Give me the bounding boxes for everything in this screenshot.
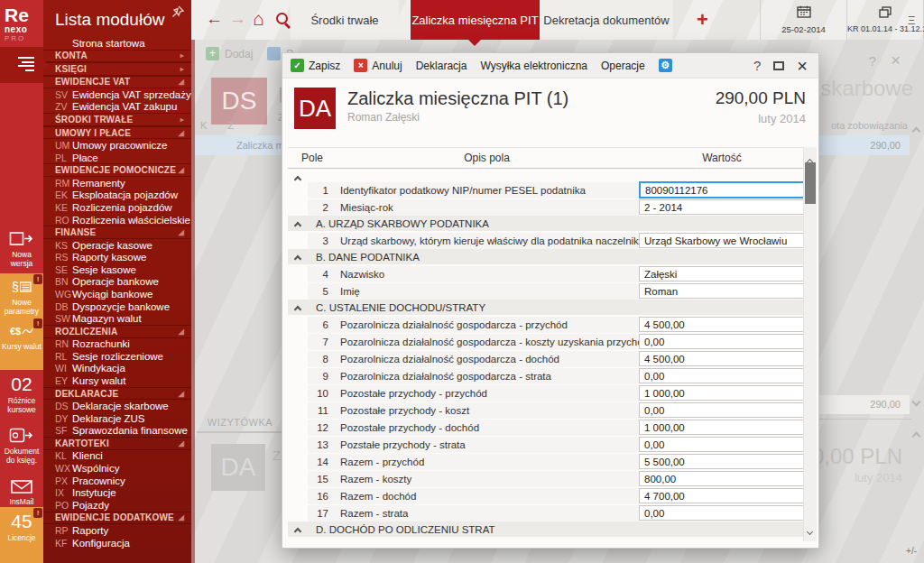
field-row-5[interactable]: 5Imię <box>288 282 805 300</box>
field-value-input-10[interactable] <box>639 385 805 401</box>
sidebar-item-instytucje[interactable]: IXInstytucje <box>43 486 191 499</box>
sidebar-group-finanse[interactable]: FINANSE◢ <box>43 226 191 239</box>
overflow-menu-icon[interactable]: Ξ <box>908 14 915 27</box>
rail-item-nowe-parametry[interactable]: ! § Nowe parametry <box>0 273 43 318</box>
bw-close-icon[interactable]: × <box>891 51 901 70</box>
field-value-input-11[interactable] <box>639 402 805 418</box>
sidebar-item-raporty[interactable]: RPRaporty <box>43 524 191 537</box>
sidebar-group-ewidencje-dodatkowe[interactable]: EWIDENCJE DODATKOWE◢ <box>43 512 191 525</box>
rail-item-kursy-walut[interactable]: ! €$ Kursy walut <box>0 318 43 370</box>
collapse-icon[interactable] <box>294 222 301 229</box>
menu-wysylka-elektroniczna[interactable]: Wysyłka elektroniczna <box>480 60 587 72</box>
tab-zaliczka-miesieczna-pit[interactable]: Zaliczka miesięczna PIT <box>411 0 540 40</box>
field-row-12[interactable]: 12Pozostałe przychody - dochód <box>288 419 805 436</box>
collapse-row[interactable] <box>288 170 805 181</box>
tab-srodki-trwale[interactable]: Środki trwałe <box>291 0 399 40</box>
help-button[interactable]: ? <box>753 58 761 73</box>
forward-button[interactable]: → <box>229 9 246 29</box>
field-value-input-13[interactable] <box>639 437 805 452</box>
field-value-input-1[interactable] <box>639 181 805 198</box>
sidebar-item-deklaracje-skarbowe[interactable]: DSDeklaracje skarbowe <box>43 400 191 412</box>
add-tab-button[interactable]: + <box>697 8 708 32</box>
bw-plusminus-control[interactable]: +/- <box>906 546 917 556</box>
modules-button[interactable] <box>0 47 43 83</box>
pin-icon[interactable] <box>171 5 184 22</box>
sidebar-item-ewidencja-vat-zakupu[interactable]: ZVEwidencja VAT zakupu <box>43 101 191 114</box>
search-icon[interactable] <box>276 13 288 24</box>
bw-selected-row-right[interactable]: 290,00 <box>819 135 910 155</box>
bw-filter-letters[interactable]: K Z <box>200 120 243 131</box>
maximize-button[interactable] <box>773 61 784 70</box>
rail-item-licencje[interactable]: ! 45 Licencje <box>0 507 43 563</box>
sidebar-item-rozrachunki[interactable]: RNRozrachunki <box>43 338 191 351</box>
collapse-icon[interactable] <box>294 528 301 535</box>
field-row-2[interactable]: 2Miesiąc-rok <box>288 198 805 216</box>
field-row-9[interactable]: 9Pozarolnicza działalność gospodarcza - … <box>288 367 805 384</box>
collapse-icon[interactable] <box>294 255 301 263</box>
sidebar-group-umowy-i-place[interactable]: UMOWY I PŁACE◢ <box>43 126 191 140</box>
bw-tab-wizytowka[interactable]: WIZYTÓWKA <box>197 411 283 433</box>
menu-operacje[interactable]: Operacje <box>601 60 645 72</box>
sidebar-group-rozliczenia[interactable]: ROZLICZENIA◢ <box>43 325 191 338</box>
menu-deklaracja[interactable]: Deklaracja <box>416 60 467 72</box>
sidebar-item-klienci[interactable]: KLKlienci <box>43 450 191 463</box>
sidebar-item-sesje-rozliczeniowe[interactable]: RLSesje rozliczeniowe <box>43 350 191 363</box>
sidebar-item-rozliczenia-pojazdow[interactable]: KERozliczenia pojazdów <box>43 201 191 214</box>
sidebar-item-operacje-kasowe[interactable]: KSOperacje kasowe <box>43 239 191 252</box>
sidebar-item-deklaracje-zus[interactable]: DYDeklaracje ZUS <box>43 412 191 425</box>
collapse-icon[interactable] <box>294 306 301 313</box>
field-row-11[interactable]: 11Pozostałe przychody - koszt <box>288 401 805 419</box>
scrollbar-thumb[interactable] <box>805 162 816 204</box>
sidebar-group-ewidencje-pomocnicze[interactable]: EWIDENCJE POMOCNICZE◢ <box>43 163 191 177</box>
sidebar-item-strona-startowa[interactable]: Strona startowa <box>43 37 191 50</box>
section-row-b-dane-podatnika[interactable]: B. DANE PODATNIKA <box>288 249 805 264</box>
field-value-input-2[interactable] <box>639 199 805 215</box>
field-value-input-3[interactable] <box>639 233 805 248</box>
sidebar-item-operacje-bankowe[interactable]: BNOperacje bankowe <box>43 276 191 289</box>
field-value-input-8[interactable] <box>639 351 805 366</box>
sidebar-item-place[interactable]: PLPłace <box>43 152 191 164</box>
field-row-15[interactable]: 15Razem - koszty <box>288 470 805 487</box>
sidebar-group-ksiegi[interactable]: KSIĘGI▸ <box>43 62 191 76</box>
field-row-14[interactable]: 14Razem - przychód <box>288 453 805 470</box>
field-row-16[interactable]: 16Razem - dochód <box>288 487 805 504</box>
bw-selected-row-left[interactable]: Zaliczka mi <box>195 135 282 155</box>
sidebar-item-windykacja[interactable]: WIWindykacja <box>43 363 191 375</box>
sidebar-group-kartoteki[interactable]: KARTOTEKI◢ <box>43 437 191 450</box>
close-button[interactable]: × <box>797 59 808 73</box>
section-row-a-urzad-skarbowy-podatnika[interactable]: A. URZĄD SKARBOWY PODATNIKA <box>288 216 805 231</box>
field-value-input-5[interactable] <box>639 283 805 299</box>
sidebar-item-sesje-kasowe[interactable]: SESesje kasowe <box>43 263 191 276</box>
field-row-10[interactable]: 10Pozostałe przychody - przychód <box>288 384 805 401</box>
field-value-input-7[interactable] <box>639 334 805 349</box>
sidebar-group-deklaracje[interactable]: DEKLARACJE◢ <box>43 387 191 401</box>
field-value-input-14[interactable] <box>639 454 805 469</box>
sidebar-item-eksploatacja-pojazdow[interactable]: EKEksploatacja pojazdów <box>43 189 191 202</box>
field-value-input-6[interactable] <box>639 317 805 332</box>
sidebar-item-dyspozycje-bankowe[interactable]: DBDyspozycje bankowe <box>43 300 191 313</box>
field-row-6[interactable]: 6Pozarolnicza działalność gospodarcza - … <box>288 316 805 333</box>
field-value-input-12[interactable] <box>639 420 805 435</box>
bw-scroll-up-icon-2[interactable] <box>912 432 921 441</box>
sidebar-item-wyciagi-bankowe[interactable]: WGWyciągi bankowe <box>43 288 191 300</box>
bw-help-icon[interactable]: ? <box>869 53 876 69</box>
bw-dropdown-icon[interactable] <box>912 398 921 407</box>
dialog-scrollbar[interactable] <box>803 147 817 541</box>
back-button[interactable]: ← <box>206 9 223 29</box>
work-date-selector[interactable]: 25-02-2014 <box>760 0 846 40</box>
tab-dekretacja-dokumentow[interactable]: Dekretacja dokumentów <box>540 0 673 40</box>
sidebar-item-kursy-walut[interactable]: EYKursy walut <box>43 374 191 387</box>
field-row-3[interactable]: 3Urząd skarbowy, którym kieruje właściwy… <box>288 232 805 249</box>
field-row-13[interactable]: 13Pozstałe przychody - strata <box>288 436 805 453</box>
sidebar-item-raporty-kasowe[interactable]: RSRaporty kasowe <box>43 251 191 263</box>
field-value-input-15[interactable] <box>639 471 805 486</box>
rail-item-nowa-wersja[interactable]: Nowa wersja <box>0 226 43 271</box>
sidebar-item-rozliczenia-wlascicielskie[interactable]: RORozliczenia właścicielskie <box>43 214 191 226</box>
sidebar-group-ewidencje-vat[interactable]: EWIDENCJE VAT◢ <box>43 76 191 89</box>
sidebar-group-srodki-trwale[interactable]: ŚRODKI TRWAŁE▸ <box>43 113 191 126</box>
sidebar-item-pracownicy[interactable]: PXPracownicy <box>43 475 191 487</box>
gear-icon[interactable]: ⚙ <box>659 59 672 72</box>
bw-scroll-up-icon[interactable] <box>912 127 921 136</box>
cancel-button[interactable]: × Anuluj <box>354 59 402 72</box>
bw-search-icon[interactable] <box>267 47 281 60</box>
